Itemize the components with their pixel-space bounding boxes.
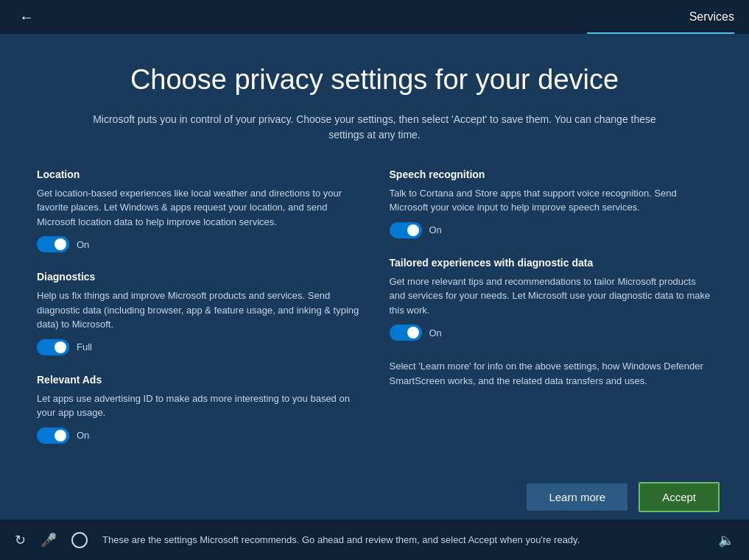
diagnostics-title: Diagnostics [37,271,360,283]
page-subtitle: Microsoft puts you in control of your pr… [80,112,669,143]
top-bar: ← Services [0,0,749,34]
tailored-experiences-toggle-label: On [429,327,442,339]
action-bar: Learn more Accept [0,475,749,520]
relevant-ads-description: Let apps use advertising ID to make ads … [37,391,360,420]
relevant-ads-toggle[interactable] [37,428,69,444]
tailored-experiences-toggle-container: On [390,325,713,341]
relevant-ads-setting: Relevant Ads Let apps use advertising ID… [37,374,360,444]
relevant-ads-toggle-label: On [77,430,89,441]
location-setting: Location Get location-based experiences … [37,169,360,253]
circle-icon[interactable] [71,532,88,548]
mic-icon[interactable]: 🎤 [41,532,57,548]
settings-grid: Location Get location-based experiences … [37,169,712,462]
settings-left-column: Location Get location-based experiences … [37,169,360,462]
page-title-topbar: Services [689,10,734,24]
refresh-icon[interactable]: ↻ [15,532,26,548]
speech-recognition-title: Speech recognition [390,169,713,180]
location-toggle[interactable] [37,236,69,252]
location-toggle-label: On [77,239,89,250]
accept-button[interactable]: Accept [639,482,720,512]
diagnostics-toggle-container: Full [37,339,360,355]
speech-recognition-toggle[interactable] [390,222,422,238]
diagnostics-toggle[interactable] [37,339,69,355]
diagnostics-toggle-label: Full [77,341,92,352]
speech-recognition-description: Talk to Cortana and Store apps that supp… [390,186,713,215]
diagnostics-setting: Diagnostics Help us fix things and impro… [37,271,360,355]
main-content: Choose privacy settings for your device … [0,34,749,520]
tailored-experiences-toggle[interactable] [390,325,422,341]
location-description: Get location-based experiences like loca… [37,186,360,230]
tailored-experiences-description: Get more relevant tips and recommendatio… [390,274,713,318]
progress-bar [587,32,734,34]
diagnostics-description: Help us fix things and improve Microsoft… [37,288,360,332]
relevant-ads-title: Relevant Ads [37,374,360,386]
tailored-experiences-title: Tailored experiences with diagnostic dat… [390,257,713,269]
speech-recognition-setting: Speech recognition Talk to Cortana and S… [390,169,713,238]
settings-right-column: Speech recognition Talk to Cortana and S… [390,169,713,462]
relevant-ads-toggle-container: On [37,428,360,444]
status-text: These are the settings Microsoft recomme… [102,534,703,545]
location-toggle-container: On [37,236,360,252]
back-icon: ← [19,9,34,26]
speech-recognition-toggle-label: On [429,224,442,235]
speech-recognition-toggle-container: On [390,222,713,238]
page-heading: Choose privacy settings for your device [37,63,712,97]
tailored-experiences-setting: Tailored experiences with diagnostic dat… [390,257,713,341]
info-text: Select 'Learn more' for info on the abov… [390,359,713,388]
sound-icon[interactable]: 🔈 [718,532,734,548]
location-title: Location [37,169,360,180]
learn-more-button[interactable]: Learn more [527,483,627,511]
back-button[interactable]: ← [15,5,38,29]
status-bar: ↻ 🎤 These are the settings Microsoft rec… [0,520,749,560]
